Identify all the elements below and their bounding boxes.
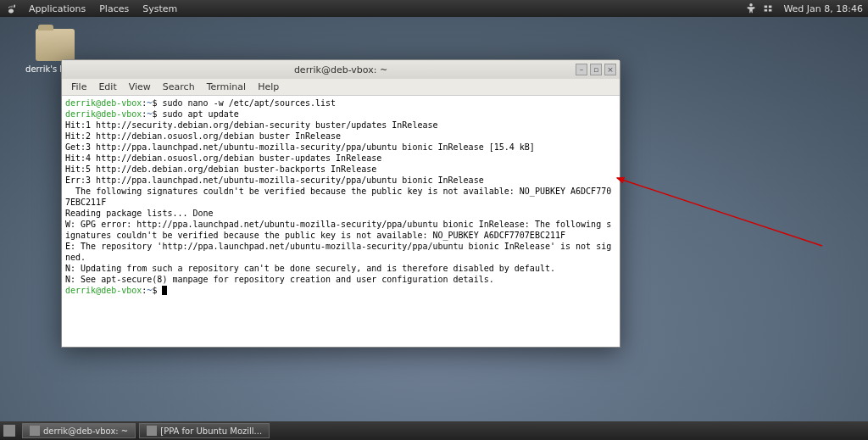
menu-edit[interactable]: Edit: [92, 81, 122, 92]
terminal-window: derrik@deb-vbox: ~ – ▫ × File Edit View …: [61, 59, 620, 348]
menu-system[interactable]: System: [136, 3, 184, 14]
network-icon[interactable]: [762, 3, 774, 14]
taskbar-item-browser[interactable]: [PPA for Ubuntu Mozill...: [139, 423, 270, 438]
svg-point-0: [750, 3, 754, 7]
gnome-foot-icon[interactable]: [5, 3, 17, 14]
menu-places[interactable]: Places: [92, 3, 136, 14]
accessibility-icon[interactable]: [745, 3, 757, 14]
menu-view[interactable]: View: [123, 81, 157, 92]
show-desktop-button[interactable]: [3, 425, 15, 437]
window-maximize-button[interactable]: ▫: [590, 64, 602, 75]
menu-applications[interactable]: Applications: [22, 3, 92, 14]
menu-help[interactable]: Help: [252, 81, 285, 92]
bottom-panel: derrik@deb-vbox: ~ [PPA for Ubuntu Mozil…: [0, 421, 868, 440]
menu-file[interactable]: File: [65, 81, 92, 92]
clock[interactable]: Wed Jan 8, 18:46: [783, 3, 863, 14]
terminal-menubar: File Edit View Search Terminal Help: [62, 79, 620, 96]
window-titlebar[interactable]: derrik@deb-vbox: ~ – ▫ ×: [62, 60, 620, 79]
window-close-button[interactable]: ×: [604, 64, 616, 75]
menu-search[interactable]: Search: [157, 81, 201, 92]
top-panel: Applications Places System Wed Jan 8, 18…: [0, 0, 868, 17]
browser-task-icon: [147, 426, 157, 436]
terminal-output[interactable]: derrik@deb-vbox:~$ sudo nano -w /etc/apt…: [62, 96, 620, 347]
folder-icon: [36, 29, 75, 61]
taskbar-item-terminal[interactable]: derrik@deb-vbox: ~: [22, 423, 136, 438]
terminal-task-icon: [30, 426, 40, 436]
window-minimize-button[interactable]: –: [576, 64, 587, 75]
menu-terminal[interactable]: Terminal: [201, 81, 253, 92]
window-title: derrik@deb-vbox: ~: [294, 64, 387, 75]
